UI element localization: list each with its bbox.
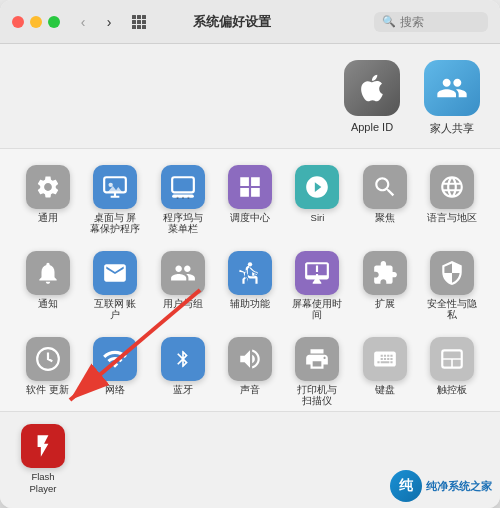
icon-extensions: [363, 251, 407, 295]
icon-label-internet-accounts: 互联网 账户: [90, 298, 140, 321]
search-icon: 🔍: [382, 15, 396, 28]
close-button[interactable]: [12, 16, 24, 28]
icon-users-groups: [161, 251, 205, 295]
traffic-lights: [12, 16, 60, 28]
search-input[interactable]: [400, 15, 480, 29]
icon-internet-accounts: [93, 251, 137, 295]
icon-item-users-groups[interactable]: 用户与组: [151, 247, 214, 325]
icon-item-printers-scanners[interactable]: 打印机与 扫描仪: [286, 333, 349, 411]
icon-label-dock-menu: 程序坞与 菜单栏: [158, 212, 208, 235]
svg-point-4: [176, 197, 178, 199]
icon-item-flash-player[interactable]: Flash Player: [16, 420, 70, 498]
watermark: 纯 纯净系统之家: [390, 470, 492, 502]
icon-trackpad: [430, 337, 474, 381]
icon-grid: 通用桌面与 屏幕保护程序程序坞与 菜单栏调度中心Siri聚焦语言与地区通知互联网…: [16, 161, 484, 411]
icon-label-flash-player: Flash Player: [18, 471, 68, 494]
icon-label-general: 通用: [38, 212, 58, 223]
icon-item-bluetooth[interactable]: 蓝牙: [151, 333, 214, 411]
icon-label-network: 网络: [105, 384, 125, 395]
svg-point-5: [181, 197, 183, 199]
window-title: 系统偏好设置: [90, 13, 374, 31]
icon-label-siri: Siri: [311, 212, 325, 223]
minimize-button[interactable]: [30, 16, 42, 28]
icon-label-software-update: 软件 更新: [26, 384, 69, 395]
icon-sound: [228, 337, 272, 381]
icon-item-control-center[interactable]: 调度中心: [218, 161, 281, 239]
icon-control-center: [228, 165, 272, 209]
family-share-item[interactable]: 家人共享: [424, 60, 480, 136]
main-content: 通用桌面与 屏幕保护程序程序坞与 菜单栏调度中心Siri聚焦语言与地区通知互联网…: [0, 149, 500, 411]
icon-item-extensions[interactable]: 扩展: [353, 247, 416, 325]
icon-label-sound: 声音: [240, 384, 260, 395]
icon-label-security-privacy: 安全性与隐私: [427, 298, 477, 321]
top-section: Apple ID 家人共享: [0, 44, 500, 149]
icon-label-printers-scanners: 打印机与 扫描仪: [292, 384, 342, 407]
icon-label-screen-time: 屏幕使用时间: [292, 298, 342, 321]
icon-language-region: [430, 165, 474, 209]
icon-item-software-update[interactable]: 软件 更新: [16, 333, 79, 411]
icon-label-accessibility: 辅助功能: [230, 298, 270, 309]
icon-item-trackpad[interactable]: 触控板: [421, 333, 484, 411]
icon-item-notifications[interactable]: 通知: [16, 247, 79, 325]
icon-label-keyboard: 键盘: [375, 384, 395, 395]
icon-label-language-region: 语言与地区: [427, 212, 477, 223]
icon-item-keyboard[interactable]: 键盘: [353, 333, 416, 411]
icon-item-accessibility[interactable]: 辅助功能: [218, 247, 281, 325]
icon-keyboard: [363, 337, 407, 381]
icon-label-spotlight: 聚焦: [375, 212, 395, 223]
apple-id-item[interactable]: Apple ID: [344, 60, 400, 136]
watermark-logo: 纯: [390, 470, 422, 502]
icon-printers-scanners: [295, 337, 339, 381]
search-box[interactable]: 🔍: [374, 12, 488, 32]
icon-label-bluetooth: 蓝牙: [173, 384, 193, 395]
family-share-icon: [424, 60, 480, 116]
icon-label-extensions: 扩展: [375, 298, 395, 309]
icon-label-trackpad: 触控板: [437, 384, 467, 395]
watermark-text: 纯净系统之家: [426, 479, 492, 494]
icon-item-general[interactable]: 通用: [16, 161, 79, 239]
icon-spotlight: [363, 165, 407, 209]
icon-general: [26, 165, 70, 209]
apple-id-icon: [344, 60, 400, 116]
icon-label-control-center: 调度中心: [230, 212, 270, 223]
icon-security-privacy: [430, 251, 474, 295]
apple-id-label: Apple ID: [351, 121, 393, 133]
svg-point-6: [187, 197, 189, 199]
icon-siri: [295, 165, 339, 209]
maximize-button[interactable]: [48, 16, 60, 28]
icon-dock-menu: [161, 165, 205, 209]
svg-rect-2: [172, 177, 194, 192]
icon-item-spotlight[interactable]: 聚焦: [353, 161, 416, 239]
icon-item-language-region[interactable]: 语言与地区: [421, 161, 484, 239]
icon-desktop-screensaver: [93, 165, 137, 209]
icon-item-security-privacy[interactable]: 安全性与隐私: [421, 247, 484, 325]
icon-item-network[interactable]: 网络: [83, 333, 146, 411]
icon-label-desktop-screensaver: 桌面与 屏幕保护程序: [90, 212, 140, 235]
icon-notifications: [26, 251, 70, 295]
icon-item-dock-menu[interactable]: 程序坞与 菜单栏: [151, 161, 214, 239]
icon-accessibility: [228, 251, 272, 295]
icon-item-siri[interactable]: Siri: [286, 161, 349, 239]
icon-item-internet-accounts[interactable]: 互联网 账户: [83, 247, 146, 325]
icon-label-users-groups: 用户与组: [163, 298, 203, 309]
titlebar: ‹ › 系统偏好设置 🔍: [0, 0, 500, 44]
icon-screen-time: [295, 251, 339, 295]
svg-point-1: [109, 183, 113, 187]
icon-bluetooth: [161, 337, 205, 381]
icon-software-update: [26, 337, 70, 381]
icon-label-notifications: 通知: [38, 298, 58, 309]
icon-network: [93, 337, 137, 381]
family-share-label: 家人共享: [430, 121, 474, 136]
icon-item-screen-time[interactable]: 屏幕使用时间: [286, 247, 349, 325]
icon-item-desktop-screensaver[interactable]: 桌面与 屏幕保护程序: [83, 161, 146, 239]
icon-item-sound[interactable]: 声音: [218, 333, 281, 411]
